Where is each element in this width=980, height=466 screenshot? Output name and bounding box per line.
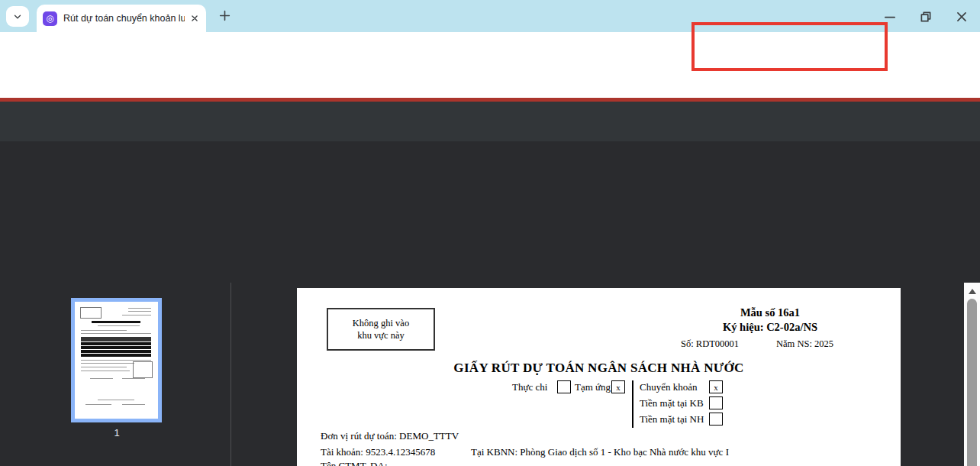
- app-toolbar: Sắp xếp Xuất khẩu DVC Lập chứng từ gửi D…: [0, 66, 980, 98]
- checkbox-tam-ung: x: [611, 380, 625, 393]
- no-write-box: Không ghi vào khu vực này: [327, 308, 435, 351]
- checkbox-chuyen-khoan: x: [709, 380, 723, 393]
- label-thuc-chi: Thực chi: [512, 381, 547, 393]
- url-toolbar: mimosaapp.misa.vn/popup/buplanwithdrawsa…: [0, 32, 980, 66]
- checkbox-tien-mat-kb: [709, 396, 723, 409]
- pdf-toolbar: C2-02a/NS: Giấy rút dự toán ngân sách nh…: [0, 102, 980, 141]
- misa-favicon-icon: ◎: [43, 11, 57, 26]
- scrollbar-up-arrow[interactable]: [969, 289, 976, 294]
- budget-year: Năm NS: 2025: [776, 338, 833, 350]
- page-thumbnail[interactable]: [71, 298, 162, 422]
- document-title: GIẤY RÚT DỰ TOÁN NGÂN SÁCH NHÀ NƯỚC: [297, 361, 901, 376]
- document-number: Số: RDT00001: [681, 338, 739, 350]
- close-icon: [955, 10, 969, 24]
- form-symbol: Ký hiệu: C2-02a/NS: [694, 321, 846, 334]
- label-chuyen-khoan: Chuyển khoản: [640, 381, 697, 393]
- new-tab-button[interactable]: [218, 9, 231, 22]
- window-close-button[interactable]: [955, 10, 969, 24]
- minimize-icon: [883, 10, 897, 24]
- close-icon: [189, 13, 200, 24]
- no-write-line2: khu vực này: [357, 329, 405, 341]
- window-minimize-button[interactable]: [883, 10, 897, 24]
- scrollbar-thumb[interactable]: [967, 299, 977, 466]
- account-line: Tài khoản: 9523.4.12345678: [321, 446, 435, 458]
- unit-line: Đơn vị rút dự toán: DEMO_TTTV: [321, 430, 459, 442]
- browser-window: ◎ Rút dự toán chuyển khoản lươn: [0, 0, 980, 466]
- plus-icon: [218, 9, 231, 22]
- chevron-down-icon: [12, 11, 23, 22]
- label-tam-ung: Tạm ứng: [575, 381, 611, 393]
- form-number: Mẫu số 16a1: [694, 306, 846, 319]
- label-tien-mat-kb: Tiền mặt tại KB: [640, 397, 704, 409]
- tab-search-button[interactable]: [6, 6, 29, 27]
- pdf-content-area: 1 Không ghi vào khu vực này Mẫu số 16a1 …: [0, 141, 980, 466]
- browser-tab[interactable]: ◎ Rút dự toán chuyển khoản lươn: [37, 5, 206, 32]
- dotted-line: [392, 460, 868, 466]
- restore-icon: [919, 10, 933, 24]
- window-restore-button[interactable]: [919, 10, 933, 24]
- pdf-page: Không ghi vào khu vực này Mẫu số 16a1 Ký…: [297, 288, 901, 466]
- thumbnail-page-preview: [75, 302, 158, 419]
- checkbox-tien-mat-nh: [709, 413, 723, 426]
- label-tien-mat-nh: Tiền mặt tại NH: [640, 413, 704, 426]
- no-write-line1: Không ghi vào: [353, 317, 409, 329]
- kbnn-line: Tại KBNN: Phòng Giao dịch số 1 - Kho bạc…: [471, 446, 729, 458]
- tab-title: Rút dự toán chuyển khoản lươn: [63, 13, 185, 24]
- ctmt-label: Tên CTMT, DA:: [321, 460, 388, 466]
- checkbox-thuc-chi: [557, 380, 571, 393]
- titlebar: ◎ Rút dự toán chuyển khoản lươn: [0, 0, 980, 32]
- thumbnail-page-number[interactable]: 1: [67, 427, 166, 438]
- checkbox-divider: [632, 380, 633, 428]
- panel-divider: [230, 283, 231, 466]
- tab-close-button[interactable]: [189, 13, 200, 24]
